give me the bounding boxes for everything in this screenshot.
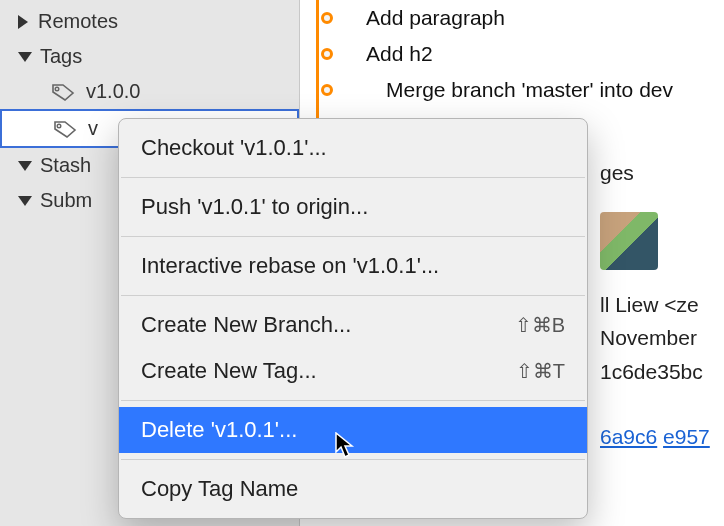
- detail-text: ges: [600, 156, 724, 190]
- menu-item-push[interactable]: Push 'v1.0.1' to origin...: [119, 184, 587, 230]
- commit-row[interactable]: Add h2: [302, 36, 724, 72]
- menu-item-copy[interactable]: Copy Tag Name: [119, 466, 587, 512]
- detail-date: November: [600, 321, 724, 355]
- menu-label: Checkout 'v1.0.1'...: [141, 135, 327, 161]
- detail-hash-link[interactable]: 6a9c6: [600, 425, 657, 448]
- menu-item-rebase[interactable]: Interactive rebase on 'v1.0.1'...: [119, 243, 587, 289]
- menu-label: Create New Branch...: [141, 312, 351, 338]
- sidebar-label: Remotes: [38, 10, 118, 33]
- chevron-down-icon: [18, 196, 32, 206]
- menu-item-new-branch[interactable]: Create New Branch... ⇧⌘B: [119, 302, 587, 348]
- detail-hash: 1c6de35bc: [600, 355, 724, 389]
- menu-item-new-tag[interactable]: Create New Tag... ⇧⌘T: [119, 348, 587, 394]
- commit-details-panel: ges ll Liew <ze November 1c6de35bc 6a9c6…: [600, 156, 724, 454]
- menu-separator: [121, 177, 585, 178]
- commit-row[interactable]: Add paragraph: [302, 0, 724, 36]
- menu-label: Copy Tag Name: [141, 476, 298, 502]
- commit-node-icon: [321, 12, 333, 24]
- sidebar-section-tags[interactable]: Tags: [0, 39, 299, 74]
- sidebar-label: Stash: [40, 154, 91, 177]
- detail-author: ll Liew <ze: [600, 288, 724, 322]
- menu-label: Create New Tag...: [141, 358, 317, 384]
- commit-row[interactable]: Merge branch 'master' into dev: [302, 72, 724, 108]
- commit-message: Add paragraph: [366, 6, 505, 30]
- menu-item-checkout[interactable]: Checkout 'v1.0.1'...: [119, 125, 587, 171]
- commit-list: Add paragraph Add h2 Merge branch 'maste…: [302, 0, 724, 108]
- menu-separator: [121, 400, 585, 401]
- tag-icon: [52, 119, 78, 139]
- chevron-down-icon: [18, 52, 32, 62]
- commit-node-icon: [321, 84, 333, 96]
- chevron-right-icon: [18, 15, 28, 29]
- context-menu: Checkout 'v1.0.1'... Push 'v1.0.1' to or…: [118, 118, 588, 519]
- menu-separator: [121, 295, 585, 296]
- menu-label: Push 'v1.0.1' to origin...: [141, 194, 368, 220]
- detail-hash-link[interactable]: e957: [663, 425, 710, 448]
- avatar: [600, 212, 658, 270]
- menu-item-delete[interactable]: Delete 'v1.0.1'...: [119, 407, 587, 453]
- commit-message: Add h2: [366, 42, 433, 66]
- svg-point-1: [57, 124, 61, 128]
- svg-point-0: [55, 87, 59, 91]
- sidebar-item-label: v: [88, 117, 98, 140]
- menu-separator: [121, 236, 585, 237]
- chevron-down-icon: [18, 161, 32, 171]
- sidebar-item-label: v1.0.0: [86, 80, 140, 103]
- commit-node-icon: [321, 48, 333, 60]
- sidebar-label: Tags: [40, 45, 82, 68]
- menu-label: Delete 'v1.0.1'...: [141, 417, 297, 443]
- tag-icon: [50, 82, 76, 102]
- menu-label: Interactive rebase on 'v1.0.1'...: [141, 253, 439, 279]
- sidebar-section-remotes[interactable]: Remotes: [0, 4, 299, 39]
- menu-separator: [121, 459, 585, 460]
- commit-message: Merge branch 'master' into dev: [366, 78, 673, 102]
- menu-shortcut: ⇧⌘T: [516, 359, 565, 383]
- menu-shortcut: ⇧⌘B: [515, 313, 565, 337]
- sidebar-tag-item[interactable]: v1.0.0: [0, 74, 299, 109]
- sidebar-label: Subm: [40, 189, 92, 212]
